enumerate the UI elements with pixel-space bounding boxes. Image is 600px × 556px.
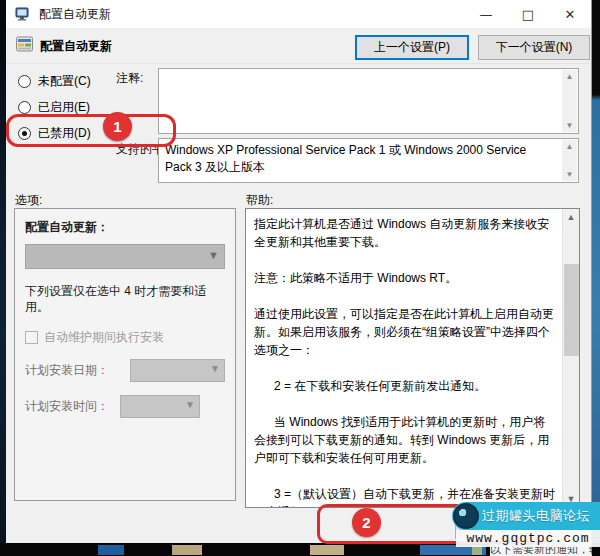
- watermark: 过期罐头电脑论坛 www.gqgtpc.com: [452, 502, 600, 547]
- policy-title: 配置自动更新: [40, 38, 112, 55]
- radio-disabled[interactable]: 已禁用(D): [18, 124, 91, 142]
- help-scrollbar[interactable]: ▲ ▼: [562, 209, 579, 507]
- options-note: 下列设置仅在选中 4 时才需要和适用。: [25, 283, 225, 315]
- window-app-icon: [15, 7, 31, 21]
- checkbox-label: 自动维护期间执行安装: [44, 329, 164, 346]
- scroll-down-icon[interactable]: ▼: [566, 168, 574, 181]
- help-label: 帮助:: [246, 192, 273, 209]
- watermark-forum-name: 过期罐头电脑论坛: [482, 507, 590, 525]
- configure-automatic-updates-dialog: 配置自动更新 — □ ✕ 配置自动更新 上一个设置(P) 下一个设置(N) 未配…: [6, 0, 592, 543]
- radio-label: 未配置(C): [38, 73, 91, 90]
- radio-circle-checked-icon[interactable]: [18, 127, 31, 140]
- scroll-up-icon[interactable]: ▲: [563, 212, 579, 222]
- maintenance-install-checkbox-row: 自动维护期间执行安装: [25, 329, 225, 346]
- scheduled-day-dropdown: ▼: [130, 359, 225, 382]
- supported-on-box: Windows XP Professional Service Pack 1 或…: [158, 138, 579, 183]
- radio-label: 已禁用(D): [38, 125, 91, 142]
- taskbar-fragment: [172, 545, 202, 555]
- scheduled-time-row: 计划安装时间： ▼: [25, 395, 225, 418]
- policy-header: 配置自动更新 上一个设置(P) 下一个设置(N): [6, 28, 591, 64]
- policy-icon: [16, 36, 33, 52]
- help-text: 指定此计算机是否通过 Windows 自动更新服务来接收安全更新和其他重要下载。…: [246, 209, 562, 507]
- comment-label: 注释:: [116, 70, 143, 87]
- scheduled-time-dropdown: ▼: [120, 395, 200, 418]
- window-title: 配置自动更新: [39, 6, 111, 23]
- scroll-down-icon[interactable]: ▼: [566, 119, 574, 132]
- help-panel: 指定此计算机是否通过 Windows 自动更新服务来接收安全更新和其他重要下载。…: [245, 208, 580, 508]
- watermark-url: www.gqgtpc.com: [466, 531, 589, 546]
- title-bar[interactable]: 配置自动更新 — □ ✕: [6, 0, 591, 28]
- taskbar-fragment: [310, 545, 344, 555]
- supported-on-scrollbar[interactable]: ▲ ▼: [562, 140, 577, 181]
- maximize-button[interactable]: □: [507, 0, 549, 28]
- scheduled-day-label: 计划安装日期：: [25, 362, 109, 379]
- comment-input[interactable]: ▲ ▼: [158, 68, 579, 134]
- scrollbar-thumb[interactable]: [564, 264, 579, 356]
- previous-setting-button[interactable]: 上一个设置(P): [355, 35, 469, 60]
- options-label: 选项:: [15, 192, 42, 209]
- watermark-url-band: www.gqgtpc.com: [456, 530, 600, 547]
- chevron-down-icon: ▼: [185, 399, 195, 410]
- checkbox-icon: [25, 331, 38, 344]
- taskbar-fragment: [98, 545, 124, 555]
- next-setting-button[interactable]: 下一个设置(N): [478, 35, 590, 60]
- minimize-button[interactable]: —: [465, 0, 507, 28]
- watermark-band: 过期罐头电脑论坛: [452, 502, 600, 530]
- radio-label: 已启用(E): [38, 99, 90, 116]
- radio-enabled[interactable]: 已启用(E): [18, 98, 90, 116]
- chevron-down-icon: ▼: [208, 249, 219, 261]
- radio-circle-icon[interactable]: [18, 75, 31, 88]
- comment-scrollbar[interactable]: ▲ ▼: [562, 70, 577, 132]
- configure-updates-dropdown: ▼: [25, 244, 225, 269]
- radio-circle-icon[interactable]: [18, 101, 31, 114]
- scroll-up-icon[interactable]: ▲: [566, 70, 574, 83]
- scroll-up-icon[interactable]: ▲: [566, 140, 574, 153]
- chevron-down-icon: ▼: [210, 363, 220, 374]
- configure-updates-label: 配置自动更新：: [25, 219, 225, 236]
- supported-on-value: Windows XP Professional Service Pack 1 或…: [165, 143, 526, 174]
- watermark-logo-icon: [453, 503, 479, 529]
- annotation-badge-1: 1: [103, 112, 132, 141]
- close-button[interactable]: ✕: [549, 0, 591, 28]
- scheduled-time-label: 计划安装时间：: [25, 398, 109, 415]
- annotation-badge-2: 2: [352, 508, 381, 537]
- background-window-edge: [592, 0, 600, 556]
- radio-not-configured[interactable]: 未配置(C): [18, 72, 91, 90]
- scheduled-day-row: 计划安装日期： ▼: [25, 359, 225, 382]
- options-panel: 配置自动更新： ▼ 下列设置仅在选中 4 时才需要和适用。 自动维护期间执行安装…: [14, 208, 236, 501]
